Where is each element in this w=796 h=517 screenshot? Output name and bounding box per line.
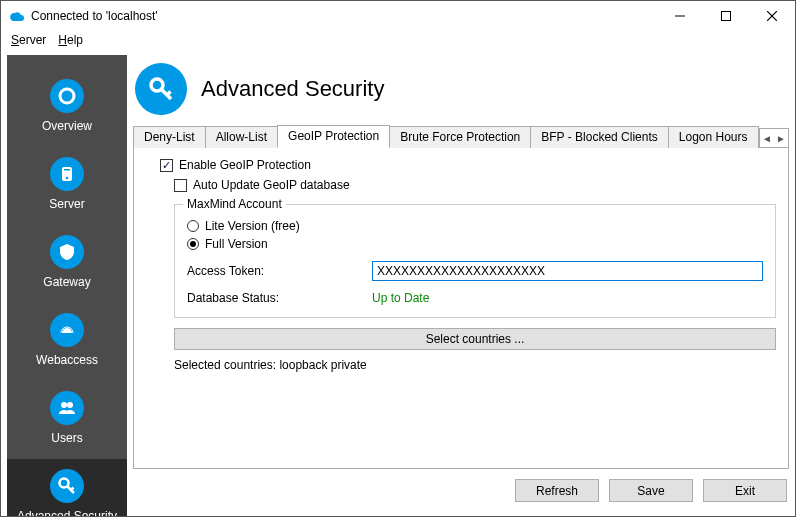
tab-brute-force-protection[interactable]: Brute Force Protection [389,126,531,148]
footer-buttons: Refresh Save Exit [133,469,789,504]
sidebar-item-label: Users [51,431,82,445]
auto-update-checkbox[interactable] [174,179,187,192]
enable-geoip-label: Enable GeoIP Protection [179,158,311,172]
svg-line-15 [167,92,171,96]
tab-scroll-right[interactable]: ► [774,129,788,148]
sidebar-item-label: Server [49,197,84,211]
sidebar-item-overview[interactable]: Overview [7,69,127,147]
svg-point-6 [66,177,69,180]
access-token-label: Access Token: [187,264,372,278]
tab-allow-list[interactable]: Allow-List [205,126,278,148]
refresh-button[interactable]: Refresh [515,479,599,502]
select-countries-button[interactable]: Select countries ... [174,328,776,350]
sidebar-item-webaccess[interactable]: Webaccess [7,303,127,381]
header-key-icon [135,63,187,115]
tab-geoip-protection[interactable]: GeoIP Protection [277,125,390,148]
selected-countries-text: Selected countries: loopback private [174,358,776,372]
svg-point-4 [60,89,74,103]
sidebar-item-advanced-security[interactable]: Advanced Security [7,459,127,517]
app-cloud-icon [9,8,25,24]
sidebar-item-gateway[interactable]: Gateway [7,225,127,303]
window-title: Connected to 'localhost' [31,9,657,23]
exit-button[interactable]: Exit [703,479,787,502]
menu-server[interactable]: Server [11,33,46,47]
tab-bfp-blocked-clients[interactable]: BFP - Blocked Clients [530,126,669,148]
tab-scroll-left[interactable]: ◄ [760,129,774,148]
sidebar-item-label: Gateway [43,275,90,289]
users-icon [50,391,84,425]
menu-help[interactable]: Help [58,33,83,47]
svg-point-9 [67,402,73,408]
svg-rect-7 [64,169,70,171]
tabpanel-geoip: Enable GeoIP Protection Auto Update GeoI… [133,148,789,469]
auto-update-label: Auto Update GeoIP database [193,178,350,192]
key-icon [50,469,84,503]
svg-rect-1 [722,12,731,21]
page-title: Advanced Security [201,76,384,102]
maximize-button[interactable] [703,1,749,31]
sidebar: Overview Server Gateway Webaccess Users [7,55,127,504]
maxmind-legend: MaxMind Account [183,197,286,211]
sidebar-item-label: Overview [42,119,92,133]
sidebar-item-users[interactable]: Users [7,381,127,459]
radio-lite-label: Lite Version (free) [205,219,300,233]
access-token-input[interactable] [372,261,763,281]
menubar: Server Help [1,31,795,51]
sidebar-item-server[interactable]: Server [7,147,127,225]
server-icon [50,157,84,191]
tabstrip: Deny-List Allow-List GeoIP Protection Br… [133,125,789,148]
close-button[interactable] [749,1,795,31]
overview-icon [50,79,84,113]
content-area: Advanced Security Deny-List Allow-List G… [133,55,789,504]
webaccess-icon [50,313,84,347]
radio-full-label: Full Version [205,237,268,251]
radio-lite-version[interactable] [187,220,199,232]
tab-deny-list[interactable]: Deny-List [133,126,206,148]
radio-full-version[interactable] [187,238,199,250]
svg-point-8 [61,402,67,408]
save-button[interactable]: Save [609,479,693,502]
enable-geoip-checkbox[interactable] [160,159,173,172]
minimize-button[interactable] [657,1,703,31]
sidebar-item-label: Advanced Security [17,509,117,517]
database-status-value: Up to Date [372,291,429,305]
database-status-label: Database Status: [187,291,372,305]
titlebar: Connected to 'localhost' [1,1,795,31]
sidebar-item-label: Webaccess [36,353,98,367]
svg-line-12 [71,488,74,491]
tab-logon-hours[interactable]: Logon Hours [668,126,759,148]
gateway-icon [50,235,84,269]
